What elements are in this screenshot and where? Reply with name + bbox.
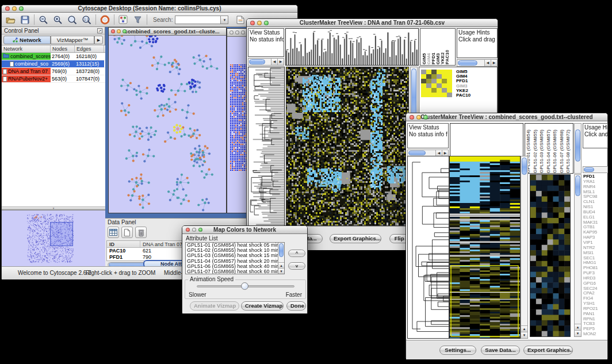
scroll-down-icon[interactable]: ▼ [521, 332, 527, 338]
zoom-heatmap-panel[interactable] [530, 174, 571, 337]
network-view[interactable] [109, 36, 226, 213]
create-vizmap-button[interactable]: Create Vizmap [241, 301, 284, 311]
zoom-out-icon[interactable] [37, 14, 49, 25]
heatmap-panel[interactable] [449, 156, 521, 339]
network-row-dna-and-tran-07[interactable]: DNA and Tran 07769(0)183728(0) [2, 68, 105, 75]
row-dendrogram-panel[interactable] [248, 67, 285, 226]
hscrollbar[interactable] [583, 166, 608, 173]
filter-icon[interactable] [132, 14, 143, 25]
column-dendrogram-panel[interactable] [285, 28, 419, 66]
attribute-table-icon[interactable] [108, 227, 119, 238]
treeview1-titlebar[interactable]: ClusterMaker TreeView : DNA and Tran 07-… [247, 19, 498, 27]
annotation-icon[interactable] [235, 14, 246, 25]
tab-vizmapper[interactable]: VizMapper™ [51, 36, 94, 44]
vscrollbar[interactable] [574, 123, 582, 174]
zoom-matrix[interactable] [421, 70, 452, 97]
status-hint-zoom: Right-click + drag to ZOOM [86, 270, 155, 276]
network-row-combined-scores[interactable]: combined_scores2764(0)16218(0) [2, 53, 105, 60]
animate-vizmap-button[interactable]: Animate Vizmap [190, 301, 239, 311]
zoom-window-icon[interactable] [423, 115, 428, 120]
attribute-item[interactable]: GPL51-03 (GSM856) heat shock 15 min [186, 253, 278, 258]
row-dendrogram-panel[interactable] [407, 156, 449, 339]
cluster-heatmap[interactable] [450, 156, 520, 338]
treeview2-titlebar[interactable]: ClusterMaker TreeView : combined_scores_… [406, 113, 607, 121]
network-overview-panel[interactable] [2, 210, 105, 266]
new-attribute-icon[interactable] [121, 227, 133, 238]
main-titlebar[interactable]: Cytoscape Desktop (Session Name: collins… [2, 5, 297, 13]
open-folder-icon[interactable] [5, 14, 16, 25]
network-row-rnapubernov2[interactable]: RNAPuberNov2+563(0)107847(0) [2, 75, 105, 83]
close-icon[interactable] [250, 21, 255, 25]
close-icon[interactable] [5, 6, 10, 11]
close-icon[interactable] [111, 29, 115, 33]
minimize-icon[interactable] [235, 30, 239, 35]
minimize-icon[interactable] [12, 6, 17, 11]
zoom-in-icon[interactable] [52, 14, 63, 25]
zoom-window-icon[interactable] [123, 29, 127, 33]
attribute-item[interactable]: GPL51-04 (GSM857) heat shock 20 min [186, 259, 278, 264]
done-button[interactable]: Done [286, 301, 306, 311]
float-panel-icon[interactable]: ↗ [97, 28, 102, 33]
zoom-window-icon[interactable] [264, 21, 269, 25]
export-graphics-button[interactable]: Export Graphics... [330, 234, 381, 243]
scroll-up-icon[interactable]: ▲ [575, 324, 581, 330]
row-dendrogram[interactable] [408, 156, 449, 338]
vscrollbar[interactable]: ▲ ▼ [278, 243, 284, 274]
scroll-left-icon[interactable]: ◀ [484, 60, 491, 66]
zoom-window-icon[interactable] [19, 6, 24, 11]
heatmap-panel[interactable] [286, 67, 409, 226]
close-icon[interactable] [230, 30, 234, 35]
zoom-actual-icon[interactable]: 1:1 [81, 14, 92, 25]
scroll-up-icon[interactable]: ▲ [521, 325, 527, 332]
row-dendrogram[interactable] [248, 67, 284, 225]
birdseye-view[interactable] [2, 210, 104, 266]
dialog-titlebar[interactable]: Map Colors to Network [182, 226, 307, 234]
zoom-window-icon[interactable] [198, 228, 202, 232]
attribute-list[interactable]: GPL51-01 (GSM854) heat shock 05 minGPL51… [185, 242, 285, 274]
tab-network[interactable]: Network [3, 36, 51, 44]
scroll-down-icon[interactable]: ▼ [575, 330, 581, 336]
attribute-item[interactable]: GPL51-01 (GSM854) heat shock 05 min [186, 243, 278, 248]
zoom-heatmap[interactable] [530, 175, 570, 336]
scroll-right-icon[interactable]: ▶ [491, 60, 497, 66]
help-icon[interactable] [99, 14, 110, 25]
search-input[interactable] [175, 16, 221, 24]
export-graphics-button[interactable]: Export Graphics... [523, 346, 573, 355]
network-row-combined-sco[interactable]: combined_sco2569(6)13112(15) [2, 60, 105, 68]
attribute-item[interactable]: GPL51-06 (GSM865) heat shock 40 min [186, 264, 278, 269]
vizmapper-icon[interactable] [117, 14, 129, 25]
save-icon[interactable] [19, 14, 30, 25]
zoom-window-icon[interactable] [241, 30, 245, 35]
usage-hints-title: Usage Hints [457, 29, 497, 36]
move-down-button[interactable]: v [288, 262, 305, 270]
move-up-button[interactable]: ^ [288, 250, 305, 257]
settings-button[interactable]: Settings... [439, 346, 476, 355]
attribute-item[interactable]: GPL51-02 (GSM855) heat shock 10 min [186, 248, 278, 253]
attribute-item[interactable]: GPL51-07 (GSM868) heat shock 60 min [186, 269, 278, 274]
scroll-right-icon[interactable]: ▶ [277, 59, 284, 65]
search-dropdown-icon[interactable]: ▼ [221, 16, 228, 24]
scroll-up-icon[interactable]: ▲ [278, 262, 284, 268]
zoom-selected-icon[interactable] [66, 14, 78, 25]
column-dendrogram[interactable] [286, 29, 418, 65]
vscrollbar[interactable]: ▲ ▼ [574, 174, 582, 337]
vscrollbar[interactable]: ▲ ▼ [521, 156, 528, 339]
close-icon[interactable] [410, 115, 414, 120]
minimize-icon[interactable] [257, 21, 262, 25]
speed-slider-thumb[interactable] [241, 282, 248, 290]
scroll-left-icon[interactable]: ◀ [271, 59, 277, 65]
save-data-button[interactable]: Save Data... [481, 346, 520, 355]
delete-attribute-icon[interactable] [135, 227, 147, 238]
tab-overflow-icon[interactable]: ▶ [94, 36, 103, 44]
cluster-heatmap[interactable] [286, 67, 408, 225]
network-frame-1[interactable]: combined_scores_good.txt--cluste... [108, 27, 227, 213]
minimize-icon[interactable] [192, 228, 196, 232]
close-icon[interactable] [186, 228, 190, 232]
hscrollbar[interactable]: ◀ ▶ [248, 58, 284, 66]
control-panel-header: Control Panel ↗ [2, 27, 105, 35]
minimize-icon[interactable] [416, 115, 421, 120]
minimize-icon[interactable] [117, 29, 121, 33]
column-tree-panel[interactable] [450, 123, 523, 156]
hscrollbar[interactable]: ◀ ▶ [457, 59, 498, 67]
scroll-down-icon[interactable]: ▼ [278, 268, 284, 274]
